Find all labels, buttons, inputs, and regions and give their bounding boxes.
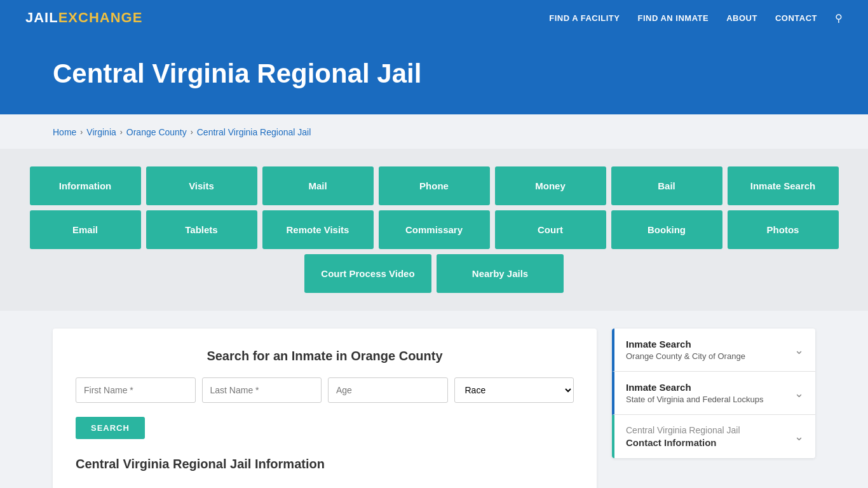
site-header: JAILEXCHANGE FIND A FACILITY FIND AN INM… xyxy=(0,0,868,36)
tile-inmate-search[interactable]: Inmate Search xyxy=(728,166,839,205)
sidebar-card-text-2: Inmate Search State of Virginia and Fede… xyxy=(626,382,764,404)
nav-contact[interactable]: CONTACT xyxy=(775,13,817,23)
tile-visits[interactable]: Visits xyxy=(146,166,257,205)
breadcrumb-current: Central Virginia Regional Jail xyxy=(197,127,311,137)
content-area: Search for an Inmate in Orange County Ra… xyxy=(53,311,815,488)
sidebar-card-inmate-search-virginia[interactable]: Inmate Search State of Virginia and Fede… xyxy=(612,372,815,415)
tile-phone[interactable]: Phone xyxy=(379,166,490,205)
sidebar-card-inmate-search-orange[interactable]: Inmate Search Orange County & City of Or… xyxy=(612,329,815,372)
tiles-row-2: Email Tablets Remote Visits Commissary C… xyxy=(0,210,868,249)
tile-booking[interactable]: Booking xyxy=(611,210,722,249)
inmate-search-title: Search for an Inmate in Orange County xyxy=(76,349,574,363)
tiles-row-1: Information Visits Mail Phone Money Bail… xyxy=(0,166,868,205)
tile-bail[interactable]: Bail xyxy=(611,166,722,205)
chevron-down-icon-2: ⌄ xyxy=(794,386,804,400)
main-nav: FIND A FACILITY FIND AN INMATE ABOUT CON… xyxy=(549,12,843,24)
tile-money[interactable]: Money xyxy=(495,166,606,205)
right-sidebar: Inmate Search Orange County & City of Or… xyxy=(612,329,815,458)
sidebar-card-text-3: Central Virginia Regional Jail Contact I… xyxy=(626,425,740,448)
chevron-down-icon-1: ⌄ xyxy=(794,343,804,357)
inmate-search-form: Race White Black Hispanic Asian Other xyxy=(76,377,574,403)
tile-commissary[interactable]: Commissary xyxy=(379,210,490,249)
hero-section: Central Virginia Regional Jail xyxy=(0,36,868,114)
tile-mail[interactable]: Mail xyxy=(262,166,374,205)
breadcrumb: Home › Virginia › Orange County › Centra… xyxy=(53,114,815,149)
search-icon[interactable]: ⚲ xyxy=(835,12,843,24)
sidebar-card-3-bottom: Contact Information xyxy=(626,437,740,448)
breadcrumb-home[interactable]: Home xyxy=(53,127,76,137)
nav-about[interactable]: ABOUT xyxy=(726,13,757,23)
tile-court[interactable]: Court xyxy=(495,210,606,249)
breadcrumb-orange-county[interactable]: Orange County xyxy=(126,127,187,137)
site-logo[interactable]: JAILEXCHANGE xyxy=(25,10,142,26)
race-select[interactable]: Race White Black Hispanic Asian Other xyxy=(454,377,574,403)
tile-court-process-video[interactable]: Court Process Video xyxy=(304,254,431,293)
sidebar-card-1-bottom: Orange County & City of Orange xyxy=(626,351,745,361)
sidebar-card-2-bottom: State of Virginia and Federal Lockups xyxy=(626,395,764,404)
last-name-input[interactable] xyxy=(202,377,322,403)
logo-jail: JAIL xyxy=(25,10,58,25)
logo-exchange: EXCHANGE xyxy=(58,10,143,25)
breadcrumb-virginia[interactable]: Virginia xyxy=(86,127,116,137)
tile-information[interactable]: Information xyxy=(30,166,141,205)
jail-info-title: Central Virginia Regional Jail Informati… xyxy=(76,457,574,471)
tile-email[interactable]: Email xyxy=(30,210,141,249)
sidebar-card-3-top: Central Virginia Regional Jail xyxy=(626,425,740,435)
nav-tiles-section: Information Visits Mail Phone Money Bail… xyxy=(0,149,868,311)
nav-find-facility[interactable]: FIND A FACILITY xyxy=(549,13,620,23)
sidebar-card-contact[interactable]: Central Virginia Regional Jail Contact I… xyxy=(612,415,815,458)
tile-nearby-jails[interactable]: Nearby Jails xyxy=(437,254,564,293)
tiles-row-3: Court Process Video Nearby Jails xyxy=(0,254,868,293)
chevron-down-icon-3: ⌄ xyxy=(794,430,804,444)
breadcrumb-chevron-2: › xyxy=(120,128,123,137)
tile-photos[interactable]: Photos xyxy=(728,210,839,249)
sidebar-card-text-1: Inmate Search Orange County & City of Or… xyxy=(626,339,745,361)
search-button[interactable]: SEARCH xyxy=(76,417,145,439)
first-name-input[interactable] xyxy=(76,377,196,403)
tile-tablets[interactable]: Tablets xyxy=(146,210,257,249)
breadcrumb-chevron-3: › xyxy=(191,128,193,137)
breadcrumb-chevron-1: › xyxy=(80,128,83,137)
tile-remote-visits[interactable]: Remote Visits xyxy=(262,210,374,249)
age-input[interactable] xyxy=(328,377,448,403)
nav-find-inmate[interactable]: FIND AN INMATE xyxy=(637,13,709,23)
page-title: Central Virginia Regional Jail xyxy=(53,58,815,89)
sidebar-card-2-top: Inmate Search xyxy=(626,382,764,393)
sidebar-card-1-top: Inmate Search xyxy=(626,339,745,349)
left-panel: Search for an Inmate in Orange County Ra… xyxy=(53,329,597,488)
